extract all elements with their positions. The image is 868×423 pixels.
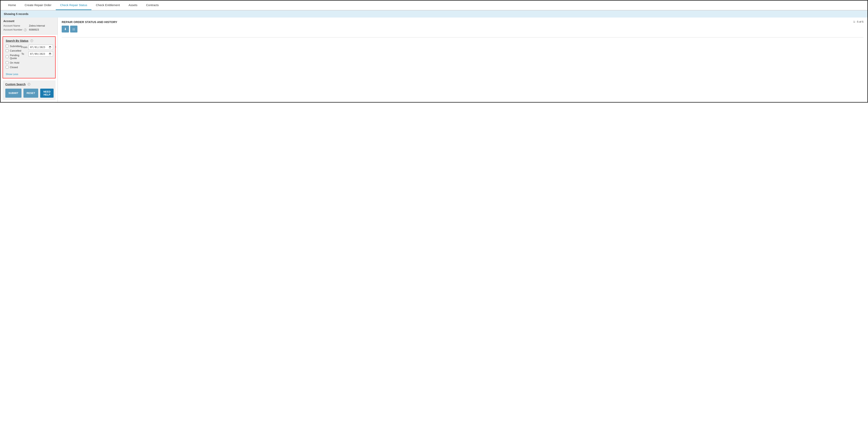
nav-item-assets[interactable]: Assets — [124, 1, 142, 10]
checkbox-pending-quote-label: Pending Quote — [10, 54, 22, 60]
section-heading: REPAIR ORDER STATUS AND HISTORY — [62, 20, 117, 24]
checkbox-on-hold: On Hold — [6, 61, 22, 64]
sidebar: Account Account Name Zebra Internal Acco… — [1, 18, 58, 102]
collapse-chevron-icon[interactable]: ‹ — [55, 45, 57, 49]
main-content: REPAIR ORDER STATUS AND HISTORY ⬇ ||| 1 … — [58, 18, 867, 102]
custom-search-label: Custom Search — [5, 83, 26, 86]
account-header: Account — [3, 20, 55, 23]
search-by-status-info-icon[interactable]: i — [30, 39, 33, 42]
nav-item-check-repair-status[interactable]: Check Repair Status — [56, 1, 92, 10]
checkbox-closed-label: Closed — [10, 66, 18, 69]
account-number-value: 6088923 — [29, 28, 39, 31]
checkbox-pending-quote: Pending Quote — [6, 54, 22, 60]
date-col: From To — [22, 45, 53, 57]
show-less-link[interactable]: Show Less — [6, 73, 53, 76]
account-name-value: Zebra Internal — [29, 24, 45, 27]
search-by-status-label: Search By Status — [6, 39, 28, 42]
checkbox-submitted-label: Submitted — [10, 45, 22, 48]
checkbox-cancelled: Cancelled — [6, 49, 22, 52]
nav-bar: Home Create Repair Order Check Repair St… — [1, 1, 867, 10]
account-name-label: Account Name — [3, 24, 29, 27]
nav-item-contracts[interactable]: Contracts — [142, 1, 163, 10]
from-date-input[interactable] — [29, 45, 53, 50]
records-count: Showing 5 records — [4, 12, 28, 15]
custom-search-title: Custom Search i — [5, 83, 53, 86]
checkbox-closed-input[interactable] — [6, 66, 8, 68]
toolbar: ⬇ ||| — [62, 26, 117, 32]
need-help-button[interactable]: NEED HELP — [40, 89, 54, 98]
main-layout: Account Account Name Zebra Internal Acco… — [1, 18, 867, 102]
to-date-input[interactable] — [29, 52, 53, 57]
search-by-status-section: Search By Status i Submitted Cancelled — [3, 36, 56, 78]
pagination-info: 1 - 5 of 5 — [854, 20, 864, 23]
account-number-label: Account Number i — [3, 28, 29, 31]
custom-search-info-icon[interactable]: i — [28, 83, 30, 86]
reset-button[interactable]: RESET — [24, 89, 38, 98]
checkbox-cancelled-label: Cancelled — [10, 49, 21, 52]
to-label: To — [22, 53, 27, 55]
collapse-chevron-col: ‹ — [54, 45, 57, 49]
nav-item-home[interactable]: Home — [4, 1, 20, 10]
download-icon: ⬇ — [64, 27, 67, 31]
account-number-row: Account Number i 6088923 — [3, 28, 55, 31]
account-name-row: Account Name Zebra Internal — [3, 24, 55, 27]
checkbox-cancelled-input[interactable] — [6, 49, 8, 52]
custom-search-section: Custom Search i SUBMIT RESET NEED HELP — [3, 80, 56, 100]
checkbox-submitted-input[interactable] — [6, 45, 8, 47]
checkbox-submitted: Submitted — [6, 45, 22, 48]
columns-icon: ||| — [72, 28, 75, 31]
account-number-info-icon[interactable]: i — [24, 29, 27, 31]
columns-button[interactable]: ||| — [70, 26, 78, 32]
checkbox-on-hold-label: On Hold — [10, 61, 19, 64]
action-buttons: SUBMIT RESET NEED HELP — [5, 89, 53, 98]
nav-item-create-repair-order[interactable]: Create Repair Order — [20, 1, 56, 10]
checkboxes-col: Submitted Cancelled Pending Quote On Hol… — [6, 45, 22, 70]
submit-button[interactable]: SUBMIT — [5, 89, 22, 98]
search-inner: Submitted Cancelled Pending Quote On Hol… — [6, 45, 53, 70]
from-label: From — [22, 46, 27, 48]
search-by-status-title: Search By Status i — [6, 39, 53, 42]
checkbox-pending-quote-input[interactable] — [6, 55, 8, 58]
checkbox-closed: Closed — [6, 66, 22, 69]
checkbox-on-hold-input[interactable] — [6, 61, 8, 64]
from-date-row: From — [22, 45, 53, 50]
content-header: REPAIR ORDER STATUS AND HISTORY ⬇ ||| 1 … — [62, 20, 864, 35]
records-bar: Showing 5 records — [1, 10, 867, 18]
download-button[interactable]: ⬇ — [62, 26, 69, 32]
nav-item-check-entitlement[interactable]: Check Entitlement — [91, 1, 124, 10]
account-section: Account Account Name Zebra Internal Acco… — [1, 18, 58, 34]
to-date-row: To — [22, 52, 53, 57]
section-heading-area: REPAIR ORDER STATUS AND HISTORY ⬇ ||| — [62, 20, 117, 35]
